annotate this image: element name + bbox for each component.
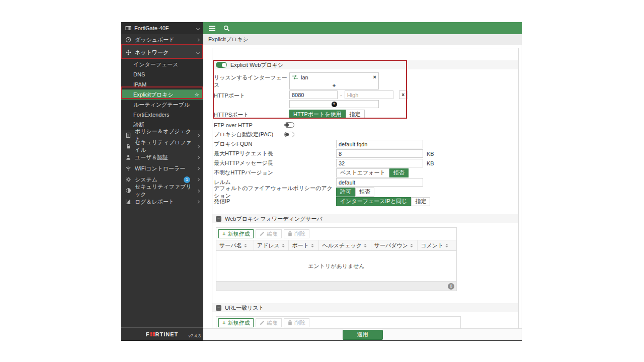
http-port-input[interactable] <box>289 90 338 99</box>
unit-label: KB <box>427 151 434 157</box>
field-label: 最大HTTPリクエスト長 <box>214 150 336 157</box>
sidebar-item-security-profiles[interactable]: セキュリティプロファイル <box>121 141 203 152</box>
search-icon[interactable] <box>223 25 230 32</box>
listen-interface-row: リッスンするインターフェース lan × + <box>214 72 518 89</box>
device-name: FortiGate-40F <box>134 25 169 31</box>
table-footer: 0 <box>216 281 456 291</box>
hamburger-menu-icon[interactable] <box>209 26 215 31</box>
chevron-right-icon <box>196 189 200 193</box>
empty-text: エントリがありません <box>308 262 365 270</box>
create-new-button[interactable]: + 新規作成 <box>218 318 254 327</box>
field-label: 不明なHTTPバージョン <box>214 169 336 176</box>
column-header-port[interactable]: ポート <box>289 240 319 250</box>
add-port-range-button[interactable]: + <box>289 100 379 108</box>
field-label: プロキシFQDN <box>214 140 336 148</box>
best-effort-button[interactable]: ベストエフォート <box>336 168 389 177</box>
sidebar-item-fortiextenders[interactable]: FortiExtenders <box>121 110 203 120</box>
apply-button[interactable]: 適用 <box>343 330 383 340</box>
delete-button[interactable]: 削除 <box>284 318 309 327</box>
outgoing-ip-segmented: インターフェースIPと同じ 指定 <box>336 197 430 206</box>
max-request-row: 最大HTTPリクエスト長 KB <box>212 149 518 158</box>
column-header-server-down[interactable]: サーバダウン <box>371 240 418 250</box>
security-fabric-icon <box>125 188 131 194</box>
policy-action-segmented: 許可 拒否 <box>336 188 374 197</box>
sidebar-subitem-label: インターフェース <box>133 61 179 68</box>
fortinet-logo-grid-icon <box>150 332 155 336</box>
column-header-address[interactable]: アドレス <box>254 240 289 250</box>
column-label: アドレス <box>257 242 280 249</box>
content-viewport: Explicit Webプロキシ リッスンするインターフェース lan × <box>203 45 522 328</box>
column-header-comment[interactable]: コメント <box>418 240 456 250</box>
fortinet-logo: F RTINET <box>146 331 178 337</box>
http-port-high-input[interactable] <box>345 90 393 99</box>
interface-select-box: lan × + <box>289 72 379 89</box>
explicit-web-proxy-toggle[interactable] <box>216 62 227 68</box>
trash-icon <box>288 320 292 325</box>
button-label: 編集 <box>267 319 278 327</box>
device-selector[interactable]: FortiGate-40F <box>121 22 203 34</box>
allow-button[interactable]: 許可 <box>336 188 355 197</box>
sidebar-item-explicit-proxy[interactable]: Explicitプロキシ ☆ <box>121 89 203 100</box>
sidebar-item-interfaces[interactable]: インターフェース <box>121 59 203 69</box>
collapse-icon[interactable]: − <box>216 216 221 222</box>
wifi-icon <box>125 165 131 171</box>
settings-card: Explicit Webプロキシ リッスンするインターフェース lan × <box>212 48 519 328</box>
add-interface-button[interactable]: + <box>290 81 378 89</box>
top-bar <box>203 22 522 34</box>
pencil-icon <box>260 320 265 325</box>
create-new-button[interactable]: + 新規作成 <box>218 229 254 238</box>
delete-button[interactable]: 削除 <box>284 229 309 238</box>
pac-toggle[interactable] <box>284 132 294 137</box>
field-label: HTTPSポート <box>214 110 289 119</box>
button-label: 編集 <box>267 230 278 238</box>
reject-button[interactable]: 拒否 <box>389 168 409 177</box>
sidebar-item-dashboard[interactable]: ダッシュボード <box>121 34 203 45</box>
sidebar-item-security-fabric[interactable]: セキュリティファブリック <box>121 185 203 196</box>
use-http-port-button[interactable]: HTTPポートを使用 <box>289 110 346 119</box>
max-request-input[interactable] <box>336 149 423 158</box>
sidebar-subitem-label: FortiExtenders <box>133 112 170 118</box>
edit-button[interactable]: 編集 <box>256 229 282 238</box>
http-port-row: HTTPポート - × + <box>214 90 518 108</box>
sidebar-item-label: WiFiコントローラー <box>135 165 185 172</box>
plus-icon: + <box>222 231 225 237</box>
realm-input[interactable] <box>336 178 423 187</box>
sidebar-item-dns[interactable]: DNS <box>121 69 203 79</box>
specify-ip-button[interactable]: 指定 <box>411 197 430 206</box>
forwarding-server-header: − Webプロキシ フォワーディングサーバ <box>212 214 518 223</box>
dashboard-icon <box>125 37 131 43</box>
chevron-right-icon <box>196 38 200 41</box>
max-message-input[interactable] <box>336 159 423 167</box>
sidebar-item-routing-table[interactable]: ルーティングテーブル <box>121 100 203 110</box>
edit-button[interactable]: 編集 <box>256 318 282 327</box>
chevron-right-icon <box>196 134 200 137</box>
table-toolbar: + 新規作成 編集 削除 <box>216 228 456 240</box>
specify-https-port-button[interactable]: 指定 <box>346 110 365 119</box>
sidebar-item-ipam[interactable]: IPAM <box>121 79 203 89</box>
sidebar-item-label: ユーザ＆認証 <box>135 154 169 161</box>
same-as-interface-button[interactable]: インターフェースIPと同じ <box>336 197 411 206</box>
sidebar-item-user-auth[interactable]: ユーザ＆認証 <box>121 152 203 163</box>
ftp-over-http-toggle[interactable] <box>284 122 294 128</box>
column-label: コメント <box>421 242 443 249</box>
remove-interface-icon[interactable]: × <box>373 74 376 80</box>
proxy-fqdn-input[interactable] <box>336 140 423 148</box>
trash-icon <box>288 231 292 236</box>
deny-button[interactable]: 拒否 <box>355 188 374 197</box>
column-label: ポート <box>292 242 309 249</box>
sidebar-item-log-report[interactable]: ログ＆レポート <box>121 196 203 207</box>
unknown-http-version-row: 不明なHTTPバージョン ベストエフォート 拒否 <box>212 168 518 177</box>
column-header-health-check[interactable]: ヘルスチェック <box>319 240 371 250</box>
collapse-icon[interactable]: − <box>216 305 221 311</box>
chevron-right-icon <box>196 166 200 170</box>
pac-row: プロキシ自動設定(PAC) <box>212 130 518 139</box>
favorite-star-icon[interactable]: ☆ <box>194 92 199 98</box>
breadcrumb: Explicitプロキシ <box>203 34 522 45</box>
sidebar-item-wifi-controller[interactable]: WiFiコントローラー <box>121 163 203 174</box>
button-label: 削除 <box>294 319 305 327</box>
proxy-settings-rows: FTP over HTTP プロキシ自動設定(PAC) プロキシFQDN 最大H… <box>212 120 518 206</box>
remove-port-range-button[interactable]: × <box>399 90 408 99</box>
column-header-server-name[interactable]: サーバ名 <box>216 240 254 250</box>
proxy-fqdn-row: プロキシFQDN <box>212 139 518 149</box>
sidebar-item-network[interactable]: ネットワーク <box>121 45 203 59</box>
